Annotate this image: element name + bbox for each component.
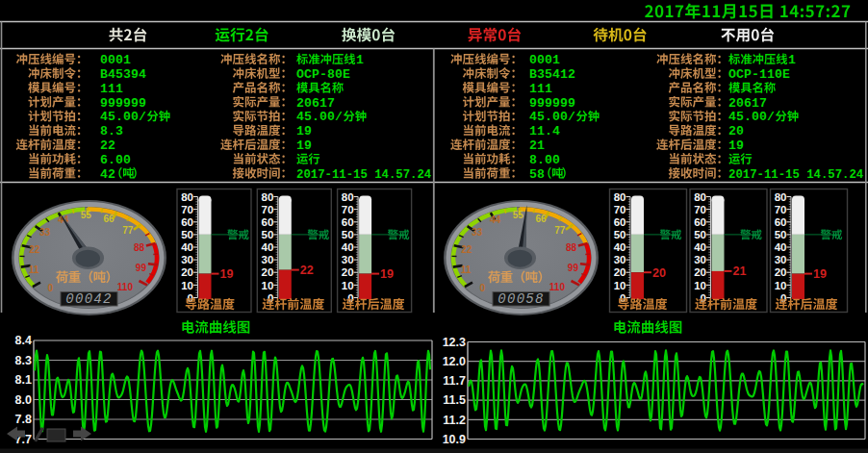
svg-text:0: 0 bbox=[620, 292, 625, 304]
svg-text:20: 20 bbox=[775, 266, 787, 278]
svg-text:7.8: 7.8 bbox=[15, 413, 32, 426]
svg-text:22: 22 bbox=[461, 244, 472, 255]
svg-text:00058: 00058 bbox=[498, 291, 545, 307]
svg-text:33: 33 bbox=[472, 227, 483, 238]
svg-text:80: 80 bbox=[181, 191, 193, 203]
svg-text:11.4: 11.4 bbox=[529, 124, 560, 138]
svg-text:60: 60 bbox=[775, 216, 787, 228]
svg-text:40: 40 bbox=[181, 241, 193, 253]
svg-text:80: 80 bbox=[614, 191, 626, 203]
svg-text:110: 110 bbox=[117, 282, 134, 292]
svg-text:8.4: 8.4 bbox=[15, 334, 32, 347]
svg-text:20617: 20617 bbox=[296, 96, 335, 111]
svg-text:1: 1 bbox=[356, 53, 364, 67]
svg-text:111: 111 bbox=[100, 82, 123, 96]
svg-text:42: 42 bbox=[100, 167, 115, 182]
svg-text:OCP-110E: OCP-110E bbox=[728, 67, 790, 82]
svg-text:58: 58 bbox=[529, 167, 545, 182]
svg-text:30: 30 bbox=[775, 254, 787, 265]
svg-text:50: 50 bbox=[694, 229, 706, 240]
svg-text:40: 40 bbox=[614, 241, 626, 253]
svg-text:88: 88 bbox=[134, 242, 145, 253]
svg-text:50: 50 bbox=[342, 229, 354, 240]
svg-text:11.7: 11.7 bbox=[443, 374, 466, 388]
svg-text:19: 19 bbox=[728, 138, 744, 153]
svg-text:11.2: 11.2 bbox=[443, 414, 466, 427]
svg-text:0001: 0001 bbox=[529, 53, 560, 67]
svg-text:80: 80 bbox=[342, 191, 354, 203]
svg-text:21: 21 bbox=[733, 264, 747, 278]
svg-text:10: 10 bbox=[614, 280, 626, 291]
svg-text:30: 30 bbox=[694, 254, 706, 265]
svg-text:21: 21 bbox=[529, 138, 545, 153]
svg-text:0: 0 bbox=[188, 292, 193, 304]
svg-text:6.00: 6.00 bbox=[100, 153, 131, 167]
svg-text:8.3: 8.3 bbox=[100, 124, 123, 138]
svg-text:40: 40 bbox=[262, 241, 274, 253]
svg-text:60: 60 bbox=[614, 216, 626, 228]
svg-text:2017-11-15 14.57.24: 2017-11-15 14.57.24 bbox=[728, 168, 864, 182]
svg-text:19: 19 bbox=[813, 267, 827, 281]
svg-text:55: 55 bbox=[513, 210, 524, 220]
svg-text:66: 66 bbox=[104, 214, 115, 224]
svg-text:12.0: 12.0 bbox=[443, 355, 466, 368]
svg-text:19: 19 bbox=[296, 138, 312, 153]
svg-text:30: 30 bbox=[262, 254, 274, 265]
svg-text:88: 88 bbox=[566, 242, 577, 253]
svg-text:70: 70 bbox=[775, 204, 787, 215]
svg-text:50: 50 bbox=[614, 229, 626, 240]
svg-text:20: 20 bbox=[262, 266, 274, 278]
svg-text:12.3: 12.3 bbox=[443, 336, 466, 349]
svg-text:60: 60 bbox=[262, 216, 274, 228]
svg-text:11: 11 bbox=[29, 264, 39, 275]
svg-text:22: 22 bbox=[300, 264, 314, 277]
svg-text:55: 55 bbox=[81, 210, 92, 220]
svg-text:70: 70 bbox=[614, 204, 626, 215]
svg-text:60: 60 bbox=[694, 216, 706, 228]
svg-text:60: 60 bbox=[342, 216, 354, 228]
svg-text:19: 19 bbox=[296, 124, 312, 138]
svg-text:30: 30 bbox=[181, 254, 193, 265]
svg-text:45.00/: 45.00/ bbox=[296, 110, 343, 124]
svg-text:50: 50 bbox=[262, 229, 274, 240]
svg-text:1: 1 bbox=[788, 53, 796, 67]
svg-text:22: 22 bbox=[29, 244, 40, 255]
svg-text:B35412: B35412 bbox=[529, 67, 575, 82]
svg-text:00042: 00042 bbox=[65, 291, 113, 307]
svg-text:20: 20 bbox=[694, 266, 706, 278]
svg-text:10: 10 bbox=[694, 280, 706, 291]
svg-text:70: 70 bbox=[262, 204, 274, 215]
svg-text:10: 10 bbox=[262, 280, 274, 291]
svg-text:20: 20 bbox=[728, 124, 744, 138]
svg-text:20: 20 bbox=[614, 266, 626, 278]
svg-text:40: 40 bbox=[694, 241, 706, 253]
svg-text:66: 66 bbox=[536, 214, 548, 224]
svg-text:999999: 999999 bbox=[529, 96, 575, 111]
svg-text:50: 50 bbox=[775, 229, 787, 240]
svg-text:110: 110 bbox=[549, 282, 566, 292]
svg-text:80: 80 bbox=[262, 191, 274, 203]
svg-text:0: 0 bbox=[47, 283, 53, 293]
svg-text:40: 40 bbox=[342, 241, 354, 253]
svg-text:11.5: 11.5 bbox=[443, 393, 466, 407]
svg-text:70: 70 bbox=[342, 204, 354, 215]
svg-text:OCP-80E: OCP-80E bbox=[296, 67, 350, 82]
svg-text:10: 10 bbox=[181, 280, 193, 291]
svg-text:99: 99 bbox=[568, 263, 579, 273]
svg-text:30: 30 bbox=[614, 254, 626, 265]
svg-text:40: 40 bbox=[775, 241, 787, 253]
svg-text:22: 22 bbox=[100, 138, 115, 153]
svg-text:0: 0 bbox=[479, 283, 485, 293]
svg-text:20: 20 bbox=[342, 266, 354, 278]
svg-text:10: 10 bbox=[342, 280, 354, 291]
svg-text:20: 20 bbox=[181, 266, 193, 278]
svg-text:45.00/: 45.00/ bbox=[728, 110, 775, 124]
svg-text:19: 19 bbox=[380, 267, 394, 281]
svg-text:20617: 20617 bbox=[728, 96, 767, 111]
svg-text:50: 50 bbox=[181, 229, 193, 240]
svg-text:10.9: 10.9 bbox=[443, 433, 466, 446]
svg-text:77: 77 bbox=[554, 225, 566, 236]
svg-text:70: 70 bbox=[694, 204, 706, 215]
svg-text:30: 30 bbox=[342, 254, 354, 265]
svg-text:2017-11-15 14.57.24: 2017-11-15 14.57.24 bbox=[296, 168, 432, 182]
